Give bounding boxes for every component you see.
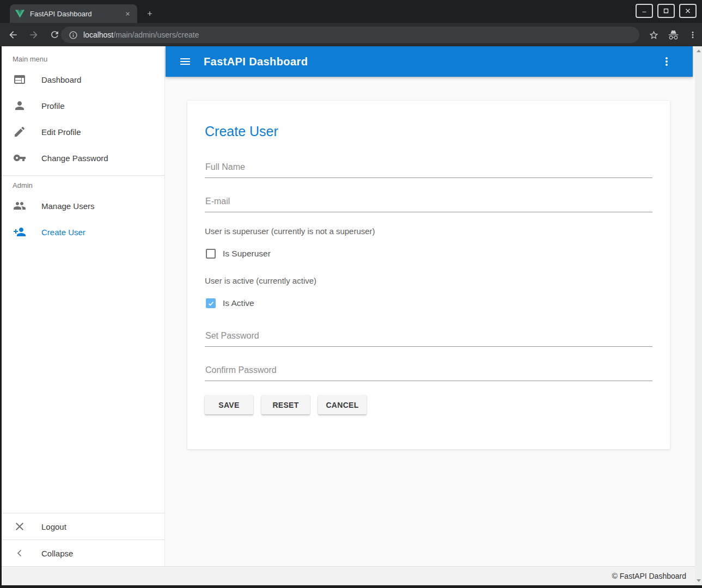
sidebar-item-label: Edit Profile <box>41 127 81 137</box>
close-icon <box>13 520 26 533</box>
window-controls <box>636 4 697 18</box>
sidebar-item-label: Manage Users <box>41 201 95 211</box>
save-button[interactable]: SAVE <box>205 395 253 414</box>
confirm-password-field-wrap <box>205 365 652 381</box>
sidebar-item-collapse[interactable]: Collapse <box>2 540 164 566</box>
forward-button-icon[interactable] <box>26 27 41 42</box>
set-password-input[interactable] <box>205 331 652 347</box>
browser-window: FastAPI Dashboard <box>0 0 702 588</box>
sidebar-item-dashboard[interactable]: Dashboard <box>2 66 164 93</box>
full-name-field-wrap <box>205 162 652 178</box>
confirm-password-input[interactable] <box>205 365 652 381</box>
browser-menu-kebab-icon[interactable] <box>688 30 698 40</box>
active-checkbox-row: Is Active <box>205 297 652 309</box>
person-icon <box>13 99 26 112</box>
close-window-button[interactable] <box>679 4 697 18</box>
scrollbar-down-arrow[interactable] <box>697 579 701 582</box>
copyright-text: © FastAPI Dashboard <box>612 572 686 580</box>
minimize-button[interactable] <box>636 4 653 18</box>
sidebar-divider <box>2 175 164 176</box>
sidebar-caption-admin: Admin <box>13 181 164 189</box>
hamburger-menu-icon[interactable] <box>179 55 192 68</box>
site-info-icon[interactable] <box>69 30 78 40</box>
url-bar[interactable]: localhost/main/admin/users/create <box>61 27 639 43</box>
sidebar-item-label: Logout <box>41 522 66 531</box>
footer: © FastAPI Dashboard <box>2 566 699 585</box>
sidebar-item-manage-users[interactable]: Manage Users <box>2 193 164 219</box>
person-add-icon <box>13 225 26 238</box>
sidebar-item-logout[interactable]: Logout <box>2 513 164 540</box>
appbar-title: FastAPI Dashboard <box>204 56 308 68</box>
browser-toolbar: localhost/main/admin/users/create <box>0 23 702 46</box>
pencil-icon <box>13 125 26 138</box>
reload-button-icon[interactable] <box>47 27 62 42</box>
is-active-label[interactable]: Is Active <box>223 298 254 308</box>
bookmark-star-icon[interactable] <box>649 30 659 40</box>
email-input[interactable] <box>205 197 652 212</box>
appbar-menu-kebab-icon[interactable] <box>660 55 673 68</box>
superuser-checkbox-row: Is Superuser <box>205 248 652 260</box>
sidebar-caption-main-menu: Main menu <box>13 55 164 63</box>
chevron-left-icon <box>13 547 26 560</box>
create-user-card: Create User User is superuser (currently… <box>187 101 670 449</box>
sidebar-item-label: Profile <box>41 101 65 111</box>
sidebar-item-edit-profile[interactable]: Edit Profile <box>2 119 164 145</box>
page-scrollbar[interactable] <box>695 46 702 585</box>
page-content: Main menu Dashboard Profile Edit Profile <box>2 46 699 585</box>
app-bar: FastAPI Dashboard <box>166 46 693 77</box>
active-hint: User is active (currently active) <box>205 276 652 285</box>
tab-title: FastAPI Dashboard <box>30 10 123 18</box>
cancel-button[interactable]: CANCEL <box>318 395 367 414</box>
is-active-checkbox[interactable] <box>206 298 216 308</box>
form-buttons: SAVE RESET CANCEL <box>205 395 652 414</box>
toolbar-right-icons <box>649 27 698 43</box>
page-title: Create User <box>205 124 652 139</box>
superuser-hint: User is superuser (currently is not a su… <box>205 226 652 236</box>
maximize-button[interactable] <box>657 4 675 18</box>
sidebar-item-label: Change Password <box>41 154 108 163</box>
full-name-input[interactable] <box>205 162 652 178</box>
sidebar-item-label: Create User <box>41 228 86 237</box>
back-button-icon[interactable] <box>5 27 21 42</box>
sidebar-item-label: Collapse <box>41 549 73 558</box>
people-icon <box>13 199 26 212</box>
main-content: Create User User is superuser (currently… <box>166 77 693 566</box>
new-tab-button[interactable] <box>143 7 157 21</box>
tab-strip: FastAPI Dashboard <box>0 0 702 23</box>
email-field-wrap <box>205 197 652 212</box>
sidebar-item-profile[interactable]: Profile <box>2 93 164 119</box>
dashboard-icon <box>13 73 26 86</box>
key-icon <box>13 151 26 164</box>
browser-tab[interactable]: FastAPI Dashboard <box>10 4 137 23</box>
tab-close-icon[interactable] <box>123 9 132 18</box>
is-superuser-checkbox[interactable] <box>206 249 216 259</box>
sidebar-item-create-user[interactable]: Create User <box>2 219 164 245</box>
sidebar-spacer <box>2 245 164 513</box>
is-superuser-label[interactable]: Is Superuser <box>223 249 271 259</box>
set-password-field-wrap <box>205 331 652 347</box>
incognito-icon <box>668 29 679 41</box>
vue-favicon <box>15 10 25 18</box>
sidebar-item-change-password[interactable]: Change Password <box>2 145 164 171</box>
sidebar: Main menu Dashboard Profile Edit Profile <box>2 46 165 566</box>
url-path: /main/admin/users/create <box>113 30 199 39</box>
scrollbar-up-arrow[interactable] <box>697 50 701 52</box>
reset-button[interactable]: RESET <box>261 395 310 414</box>
url-host: localhost <box>83 30 113 39</box>
sidebar-item-label: Dashboard <box>41 75 81 84</box>
